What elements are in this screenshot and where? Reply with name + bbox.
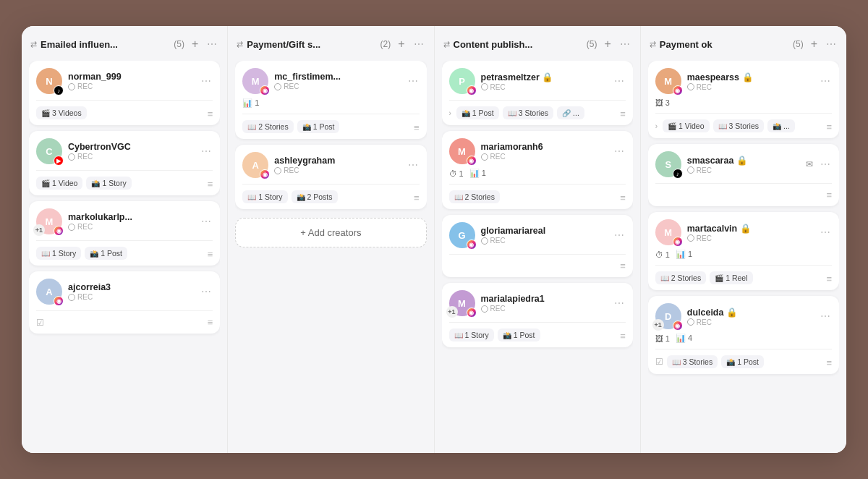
card: C▶CybertronVGCREC⋯🎬1 Video📸1 Story≡	[29, 131, 220, 195]
platform-instagram-icon: ◉	[54, 226, 64, 236]
card-bottom-row: 🎬3 Videos≡	[36, 106, 213, 119]
card-header: G◉gloriamariarealREC⋯	[449, 222, 626, 248]
tag-label: 1 Story	[258, 192, 282, 201]
column-count: (2)	[380, 39, 391, 49]
card-name-wrap: markolukarlp...REC	[68, 212, 194, 231]
card-menu-button[interactable]: ⋯	[200, 144, 213, 158]
tag-icon: 🎬	[668, 122, 676, 130]
tag-label: 3 Stories	[519, 109, 548, 117]
rec-label: REC	[77, 82, 93, 90]
card-sub: REC	[687, 318, 813, 326]
card-stats-row: ⏱ 1📊 1	[449, 169, 626, 178]
expand-arrow-icon[interactable]: ›	[655, 122, 658, 130]
card-tag: 📸1 Post	[297, 120, 340, 133]
card-tag: 📸1 Post	[85, 247, 127, 260]
card-menu-button[interactable]: ⋯	[200, 214, 213, 229]
avatar-wrap: A◉	[36, 279, 62, 305]
column-add-button[interactable]: +	[189, 36, 201, 52]
card-divider	[449, 322, 626, 323]
card-sub: REC	[68, 293, 194, 301]
column-header: ⇄Emailed influen...(5)+⋯	[29, 36, 220, 52]
card-tag: 🎬1 Video	[663, 119, 709, 132]
rec-icon	[481, 153, 488, 161]
card-list-icon: ≡	[620, 192, 626, 203]
card-list-icon: ≡	[414, 122, 420, 133]
card-sub: REC	[687, 83, 813, 91]
card-name-wrap: mc_firstimem...REC	[274, 72, 400, 90]
card-list-icon: ≡	[414, 192, 420, 203]
avatar-wrap: +1M◉	[36, 208, 62, 234]
column-menu-button[interactable]: ⋯	[825, 37, 838, 51]
card-tag: 📸2 Posts	[292, 190, 338, 203]
card-username: maespearss 🔒	[687, 72, 813, 82]
card-divider	[655, 183, 832, 184]
card-tags: 📖2 Stories	[449, 190, 500, 203]
card-menu-button[interactable]: ⋯	[200, 74, 213, 88]
card-menu-button[interactable]: ⋯	[407, 158, 420, 172]
card-username: markolukarlp...	[68, 212, 194, 222]
column-content-publish: ⇄Content publish...(5)+⋯P◉petrasmeltzer …	[435, 26, 641, 453]
card-menu-button[interactable]: ⋯	[819, 225, 832, 240]
card-username: mariamoranh6	[481, 142, 607, 152]
column-menu-button[interactable]: ⋯	[205, 37, 218, 51]
rec-label: REC	[490, 237, 506, 245]
rec-label: REC	[77, 293, 93, 301]
card-menu-button[interactable]: ⋯	[819, 157, 832, 171]
card-bottom-row: 📖1 Story📸1 Post≡	[449, 328, 626, 342]
card-sub: REC	[687, 234, 813, 242]
card-bottom-row: 📖1 Story📸2 Posts≡	[242, 190, 419, 203]
card-menu-button[interactable]: ⋯	[613, 228, 626, 242]
card-menu-button[interactable]: ⋯	[407, 74, 420, 88]
card-menu-button[interactable]: ⋯	[613, 74, 626, 88]
tag-label: 1 Story	[102, 179, 126, 187]
card-username: gloriamariareal	[481, 226, 607, 236]
kanban-board: ⇄Emailed influen...(5)+⋯N♪norman_999REC⋯…	[22, 26, 846, 453]
card-menu-button[interactable]: ⋯	[613, 296, 626, 310]
card-menu-button[interactable]: ⋯	[819, 74, 832, 88]
column-emailed: ⇄Emailed influen...(5)+⋯N♪norman_999REC⋯…	[22, 26, 228, 453]
card: M◉martacalvin 🔒REC⋯⏱ 1📊 1📖2 Stories🎬1 Re…	[648, 212, 839, 290]
card-tag: 📖1 Story	[449, 328, 494, 342]
card-header: S♪smascaraa 🔒REC✉⋯	[655, 151, 832, 177]
card-menu-button[interactable]: ⋯	[819, 309, 832, 323]
card-stat1: 🖼 3	[655, 98, 670, 107]
card-divider	[655, 349, 832, 349]
card-username: mc_firstimem...	[274, 72, 400, 82]
tag-icon: 🔗	[562, 109, 571, 117]
tag-icon: 📸	[91, 179, 100, 187]
tag-icon: 📖	[41, 250, 50, 258]
card-stats-row: 📊 1	[242, 98, 419, 108]
tag-icon: 📖	[454, 193, 463, 201]
card-name-wrap: smascaraa 🔒REC	[687, 155, 800, 174]
add-creators-button[interactable]: + Add creators	[235, 218, 426, 247]
card-tags: 📖1 Story📸1 Post	[36, 247, 127, 260]
rec-icon	[481, 83, 488, 90]
column-menu-button[interactable]: ⋯	[618, 37, 631, 51]
card-divider	[655, 265, 832, 266]
card-menu-button[interactable]: ⋯	[200, 284, 213, 299]
card-menu-button[interactable]: ⋯	[613, 144, 626, 158]
tag-label: 1 Post	[737, 357, 759, 366]
card-sub: REC	[481, 153, 607, 161]
num-badge: +1	[33, 224, 45, 236]
card-tag: 📖2 Stories	[655, 271, 706, 284]
rec-label: REC	[697, 318, 712, 326]
column-title: Payment ok	[660, 39, 788, 50]
column-add-button[interactable]: +	[808, 36, 820, 52]
card-header: +1M◉markolukarlp...REC⋯	[36, 208, 213, 234]
tag-label: 1 Post	[472, 109, 494, 117]
tag-label: 3 Stories	[729, 122, 759, 130]
expand-arrow-icon[interactable]: ›	[449, 109, 451, 117]
num-badge: +1	[446, 306, 458, 318]
column-payment-gift: ⇄Payment/Gift s...(2)+⋯M◉mc_firstimem...…	[228, 26, 434, 453]
card-sub: REC	[687, 166, 800, 174]
column-payment-ok: ⇄Payment ok(5)+⋯M◉maespearss 🔒REC⋯🖼 3›🎬1…	[641, 26, 846, 453]
card-tag: 📸1 Post	[456, 106, 499, 119]
column-add-button[interactable]: +	[395, 36, 407, 52]
platform-instagram-icon: ◉	[673, 85, 683, 96]
column-menu-button[interactable]: ⋯	[412, 37, 425, 51]
column-add-button[interactable]: +	[601, 36, 613, 52]
card-divider	[449, 254, 626, 255]
tag-label: 1 Reel	[726, 274, 747, 282]
card-list-icon: ≡	[826, 274, 832, 284]
